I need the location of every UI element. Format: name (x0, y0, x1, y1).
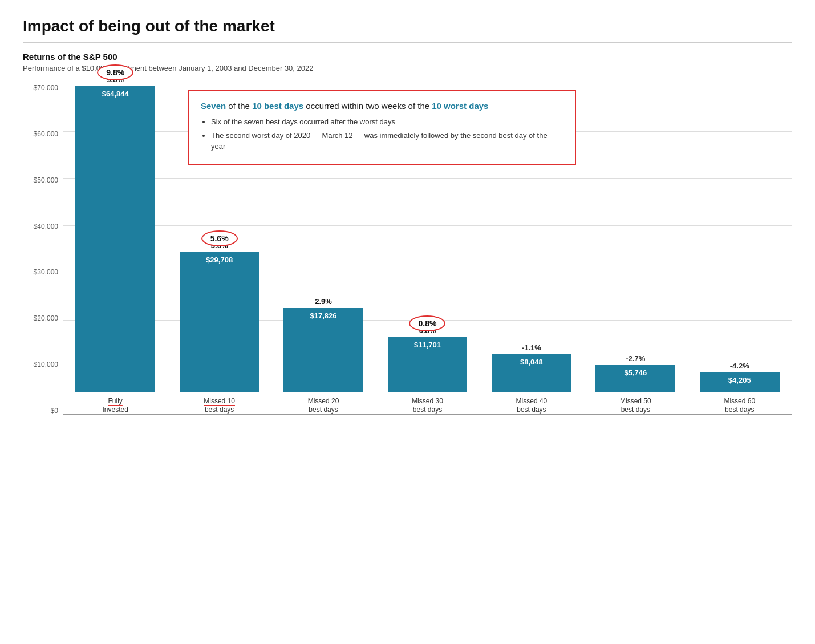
bar-value-1: $29,708 (206, 252, 233, 264)
bar-label-0: FullyInvested (68, 397, 162, 415)
bar-label-3: Missed 30best days (380, 397, 474, 415)
x-axis-line (63, 414, 792, 415)
page-title: Impact of being out of the market (23, 17, 792, 35)
bar-pct-5: -2.7% (626, 354, 645, 363)
y-label-0: $0 (23, 407, 63, 415)
chart-area: $0 $10,000 $20,000 $30,000 $40,000 $50,0… (23, 84, 792, 438)
bar-label-4: Missed 40best days (485, 397, 578, 415)
bar-group-6: -4.2%$4,205Missed 60best days (693, 84, 786, 415)
bar-value-3: $11,701 (414, 337, 441, 349)
chart-subtitle: Performance of a $10,000 investment betw… (23, 64, 792, 72)
bar-wrapper-0: 9.8%$64,8449.8% (68, 75, 162, 392)
bar-value-2: $17,826 (310, 308, 337, 320)
bar-label-2: Missed 20best days (277, 397, 370, 415)
info-highlight-10worst: 10 worst days (432, 101, 488, 111)
y-label-40k: $40,000 (23, 222, 63, 230)
bar-wrapper-1: 5.6%$29,7085.6% (172, 241, 266, 392)
chart-inner: Seven of the 10 best days occurred withi… (63, 84, 792, 438)
y-label-60k: $60,000 (23, 130, 63, 138)
bar-value-5: $5,746 (624, 365, 647, 377)
bar-pct-6: -4.2% (730, 362, 749, 370)
bar-value-4: $8,048 (520, 354, 543, 366)
y-label-70k: $70,000 (23, 84, 63, 92)
info-box-title: Seven of the 10 best days occurred withi… (201, 100, 563, 112)
info-highlight-seven: Seven (201, 101, 226, 111)
bar-wrapper-4: -1.1%$8,048 (485, 343, 578, 392)
y-axis: $0 $10,000 $20,000 $30,000 $40,000 $50,0… (23, 84, 63, 438)
bar-label-6: Missed 60best days (693, 397, 786, 415)
chart-subtitle-bold: Returns of the S&P 500 (23, 52, 792, 62)
bar-4: $8,048 (492, 354, 571, 392)
bar-6: $4,205 (700, 372, 780, 392)
bar-wrapper-5: -2.7%$5,746 (589, 354, 682, 392)
bar-wrapper-3: 0.8%$11,7010.8% (380, 326, 474, 392)
bar-5: $5,746 (595, 365, 675, 392)
oval-badge-1: 5.6% (201, 230, 238, 246)
info-box-list: Six of the seven best days occurred afte… (201, 116, 563, 152)
bar-pct-2: 2.9% (315, 297, 332, 306)
bar-pct-4: -1.1% (522, 343, 541, 352)
y-label-20k: $20,000 (23, 314, 63, 322)
bar-value-6: $4,205 (728, 372, 751, 384)
bar-group-5: -2.7%$5,746Missed 50best days (589, 84, 682, 415)
oval-badge-0: 9.8% (97, 64, 133, 80)
y-label-50k: $50,000 (23, 176, 63, 184)
bar-1: $29,7085.6% (180, 252, 259, 392)
bar-label-1: Missed 10best days (172, 397, 266, 415)
y-label-10k: $10,000 (23, 361, 63, 368)
bar-value-0: $64,844 (102, 86, 129, 98)
bar-3: $11,7010.8% (388, 337, 468, 392)
bar-wrapper-6: -4.2%$4,205 (693, 362, 786, 392)
bar-wrapper-2: 2.9%$17,826 (277, 297, 370, 392)
info-highlight-10best: 10 best days (252, 101, 303, 111)
info-box: Seven of the 10 best days occurred withi… (188, 90, 576, 165)
info-bullet-1: Six of the seven best days occurred afte… (211, 116, 563, 128)
bar-label-5: Missed 50best days (589, 397, 682, 415)
bar-group-0: 9.8%$64,8449.8%FullyInvested (68, 84, 162, 415)
y-label-30k: $30,000 (23, 268, 63, 276)
info-bullet-2: The second worst day of 2020 — March 12 … (211, 130, 563, 152)
title-divider (23, 42, 792, 43)
bar-2: $17,826 (283, 308, 363, 392)
oval-badge-3: 0.8% (409, 315, 446, 331)
bar-0: $64,8449.8% (75, 86, 155, 392)
